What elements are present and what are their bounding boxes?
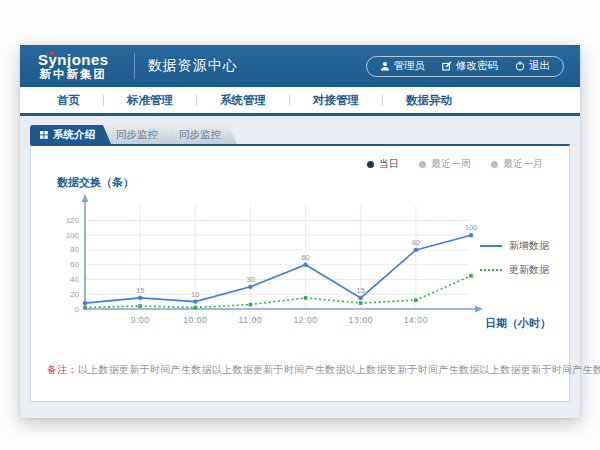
tab-2[interactable]: 同步监控 [169,125,237,144]
edit-icon [442,61,452,71]
nav-item-2[interactable]: 系统管理 [197,93,289,108]
time-filter-label: 最近一月 [503,157,543,171]
nav-item-0[interactable]: 首页 [34,93,103,108]
time-filter-1[interactable]: 最近一周 [419,157,471,171]
nav-item-1[interactable]: 标准管理 [104,93,196,108]
change-password-button[interactable]: 修改密码 [442,59,498,73]
svg-text:14:00: 14:00 [404,315,428,325]
svg-text:10:00: 10:00 [183,315,207,325]
user-icon [380,61,390,71]
svg-text:12:00: 12:00 [293,315,317,325]
svg-text:30: 30 [246,275,254,284]
legend-label: 新增数据 [509,239,549,253]
app-header: Synjones 新中新集团 数据资源中心 管理员 修改密码 [20,45,580,87]
tab-bar: 系统介绍同步监控同步监控 [30,125,570,144]
app-window: Synjones 新中新集团 数据资源中心 管理员 修改密码 [20,45,580,418]
chart-container: 0204060801001209:0010:0011:0012:0013:001… [47,191,553,333]
nav-item-3[interactable]: 对接管理 [290,93,382,108]
series-legend: 新增数据更新数据 [480,239,549,277]
svg-text:13:00: 13:00 [349,315,373,325]
svg-text:10: 10 [191,290,199,299]
header-divider [134,53,135,79]
radio-icon [419,161,426,168]
radio-icon [491,161,498,168]
nav-item-4[interactable]: 数据异动 [383,93,475,108]
time-filter-label: 最近一周 [431,157,471,171]
time-filter-label: 当日 [379,157,399,171]
time-range-filters: 当日最近一周最近一月 [47,156,553,172]
user-toolbar: 管理员 修改密码 退出 [366,56,565,77]
x-axis-title: 日期（小时） [485,316,551,331]
y-axis-title: 数据交换（条） [57,175,553,190]
change-password-label: 修改密码 [456,59,498,73]
chart-card: 当日最近一周最近一月 数据交换（条） 0204060801001209:0010… [30,144,570,402]
svg-text:60: 60 [70,260,79,269]
page-title: 数据资源中心 [148,57,238,75]
svg-text:15: 15 [357,286,365,295]
svg-text:80: 80 [412,238,420,247]
logout-label: 退出 [529,59,550,73]
svg-text:80: 80 [70,245,79,254]
logo-wordmark: Synjones [38,52,109,69]
logo-company-name: 新中新集团 [38,68,109,81]
grid-icon [40,131,48,139]
radio-selected-icon [367,161,374,168]
tab-label: 同步监控 [179,128,221,142]
svg-text:0: 0 [75,305,80,314]
tab-label: 同步监控 [116,128,158,142]
svg-text:15: 15 [136,286,144,295]
svg-text:100: 100 [66,231,80,240]
main-nav: 首页标准管理系统管理对接管理数据异动 [20,87,580,113]
power-icon [515,61,525,71]
svg-text:120: 120 [66,216,80,225]
content-area: 系统介绍同步监控同步监控 当日最近一周最近一月 数据交换（条） 02040608… [20,116,580,418]
legend-label: 更新数据 [509,263,549,277]
tab-0[interactable]: 系统介绍 [30,125,111,144]
footnote-text: 以上数据更新于时间产生数据以上数据更新于时间产生数据以上数据更新于时间产生数据以… [78,364,600,375]
time-filter-0[interactable]: 当日 [367,157,399,171]
svg-text:100: 100 [465,223,478,232]
tab-label: 系统介绍 [53,128,95,142]
tab-1[interactable]: 同步监控 [106,125,174,144]
current-user-label: 管理员 [394,59,426,73]
svg-text:20: 20 [70,290,79,299]
svg-text:60: 60 [301,253,309,262]
footnote-prefix: 备注： [47,364,78,375]
svg-text:9:00: 9:00 [131,315,150,325]
logo-text: Synjones [38,51,109,68]
legend-item-1[interactable]: 更新数据 [480,263,549,277]
current-user[interactable]: 管理员 [380,59,426,73]
solid-line-icon [480,245,502,247]
company-logo: Synjones 新中新集团 [20,51,121,81]
footnote: 备注：以上数据更新于时间产生数据以上数据更新于时间产生数据以上数据更新于时间产生… [47,363,553,377]
time-filter-2[interactable]: 最近一月 [491,157,543,171]
logout-button[interactable]: 退出 [515,59,550,73]
dotted-line-icon [480,269,502,271]
logo-red-dot-icon [50,51,54,55]
svg-text:40: 40 [70,275,79,284]
legend-item-0[interactable]: 新增数据 [480,239,549,253]
svg-text:11:00: 11:00 [239,315,263,325]
line-chart: 0204060801001209:0010:0011:0012:0013:001… [57,191,493,333]
